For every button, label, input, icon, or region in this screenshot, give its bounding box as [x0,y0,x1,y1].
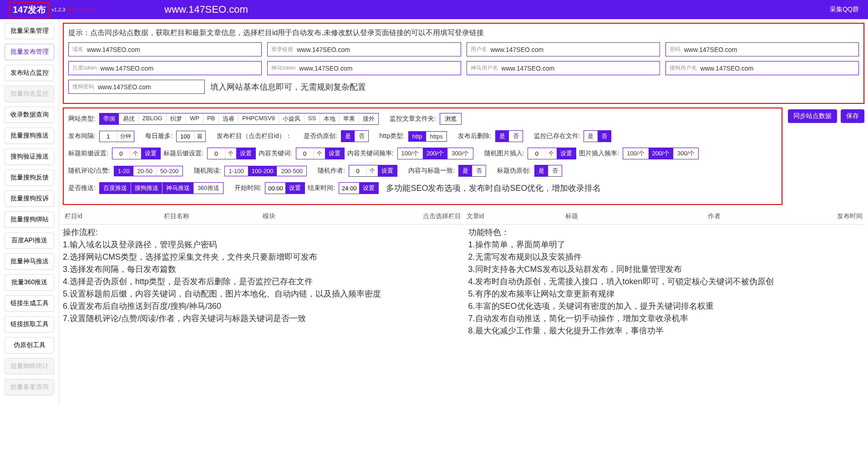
random-author-input[interactable]: 个设置 [349,165,397,177]
articles-table: 文章id标题作者发布时间 [465,209,865,225]
keyword-freq-segment[interactable]: 100/个200/个300/个 [397,148,473,159]
sidebar-item-7[interactable]: 批量搜狗反馈 [5,169,54,186]
field-4[interactable]: 百度tokenwww.147SEO.com [68,61,262,75]
field-7[interactable]: 搜狗用户名www.147SEO.com [665,61,859,75]
sidebar: 批量采集管理批量发布管理发布站点监控批量排名监控收录数据查询批量搜狗推送搜狗验证… [0,19,59,404]
start-time-input[interactable]: 设置 [265,182,305,194]
sidebar-item-11[interactable]: 批量神马推送 [5,253,54,270]
app-title: 147发布 [9,2,50,18]
content-title-match-toggle[interactable]: 是否 [458,165,486,177]
title-pseudo-toggle[interactable]: 是否 [534,165,562,177]
interval-input[interactable]: 分钟 [99,131,134,142]
daily-max-input[interactable]: 篇 [176,131,206,142]
workflow-text: 操作流程: 1.输入域名以及登录路径，管理员账户密码 2.选择网站CMS类型，选… [63,226,459,337]
sidebar-item-0[interactable]: 批量采集管理 [5,23,54,39]
sidebar-item-5[interactable]: 批量搜狗推送 [5,128,54,144]
keyword-input[interactable]: 个设置 [296,148,345,159]
tip-text: 提示：点击同步站点数据，获取栏目和最新文章信息，选择栏目id用于自动发布,未修改… [68,28,859,38]
sidebar-item-13[interactable]: 链接生成工具 [5,295,54,312]
delete-after-toggle[interactable]: 是否 [495,130,523,142]
panel-note: 填入网站基本信息即可，无需规则复杂配置 [210,80,859,94]
columns-table: 栏目id栏目名称模块点击选择栏目 [63,209,463,225]
app-version: v1.2.3 [51,7,65,12]
field-sogou-password[interactable]: 搜狗密码 www.147SEO.com [68,80,205,94]
sidebar-item-17: 批量备案查询 [5,379,54,395]
app-header: 147发布 v1.2.3 www.147SEO.com 采集QQ群 [0,0,868,19]
header-url: www.147SEO.com [164,4,248,15]
browse-button[interactable]: 浏览 [440,113,462,125]
random-image-input[interactable]: 个设置 [528,148,576,159]
push-targets-segment[interactable]: 百度推送搜狗推送神马推送360推送 [99,182,223,194]
cms-type-segment[interactable]: 帝国易优ZBLOG织梦WPPB迅睿PHPCMSV9小旋风SS本地苹果搜外 [99,113,379,125]
sidebar-item-4[interactable]: 收录数据查询 [5,107,54,123]
annotation-arrow [69,9,96,10]
end-time-input[interactable]: 设置 [339,182,379,194]
features-text: 功能特色： 1.操作简单，界面简单明了 2.无需写发布规则以及安装插件 3.同时… [468,226,865,337]
field-6[interactable]: 神马用户名www.147SEO.com [467,61,660,75]
comment-range-segment[interactable]: 1-2020-5050-200 [114,166,183,176]
sidebar-item-9[interactable]: 批量搜狗绑站 [5,211,54,228]
field-1[interactable]: 登录链接www.147SEO.com [267,42,461,56]
site-info-panel: 提示：点击同步站点数据，获取栏目和最新文章信息，选择栏目id用于自动发布,未修改… [63,23,864,104]
sidebar-item-6[interactable]: 搜狗验证推送 [5,148,54,165]
sidebar-item-10[interactable]: 百度API推送 [5,232,54,249]
publish-options-panel: 网站类型: 帝国易优ZBLOG织梦WPPB迅睿PHPCMSV9小旋风SS本地苹果… [63,107,782,205]
field-5[interactable]: 神马tokenwww.147SEO.com [267,61,461,75]
header-qq-link[interactable]: 采集QQ群 [830,5,859,14]
sidebar-item-1[interactable]: 批量发布管理 [5,44,54,60]
sidebar-item-14[interactable]: 链接抓取工具 [5,316,54,332]
sidebar-item-2[interactable]: 发布站点监控 [5,65,54,81]
sidebar-item-15[interactable]: 伪原创工具 [5,337,54,353]
sidebar-item-3: 批量排名监控 [5,86,54,102]
options-note: 多功能SEO发布选项，发布时自动SEO优化，增加收录排名 [386,183,601,194]
field-3[interactable]: 密码www.147SEO.com [665,42,859,56]
monitor-exist-toggle[interactable]: 是否 [584,130,611,142]
sidebar-item-8[interactable]: 批量搜狗投诉 [5,190,54,207]
sync-button[interactable]: 同步站点数据 [788,109,837,123]
title-prefix-input[interactable]: 个设置 [112,148,161,159]
field-0[interactable]: 域名www.147SEO.com [68,42,262,56]
title-suffix-input[interactable]: 个设置 [207,148,256,159]
sidebar-item-12[interactable]: 批量360推送 [5,274,54,291]
read-range-segment[interactable]: 1-100100-200200-500 [224,166,307,176]
field-2[interactable]: 用户名www.147SEO.com [467,42,660,56]
image-freq-segment[interactable]: 100/个200/个300/个 [623,148,699,159]
http-type-toggle[interactable]: httphttps [408,131,447,142]
save-button[interactable]: 保存 [841,109,864,123]
sidebar-item-16: 批量蜘蛛统计 [5,358,54,374]
pseudo-original-toggle[interactable]: 是否 [341,130,369,142]
